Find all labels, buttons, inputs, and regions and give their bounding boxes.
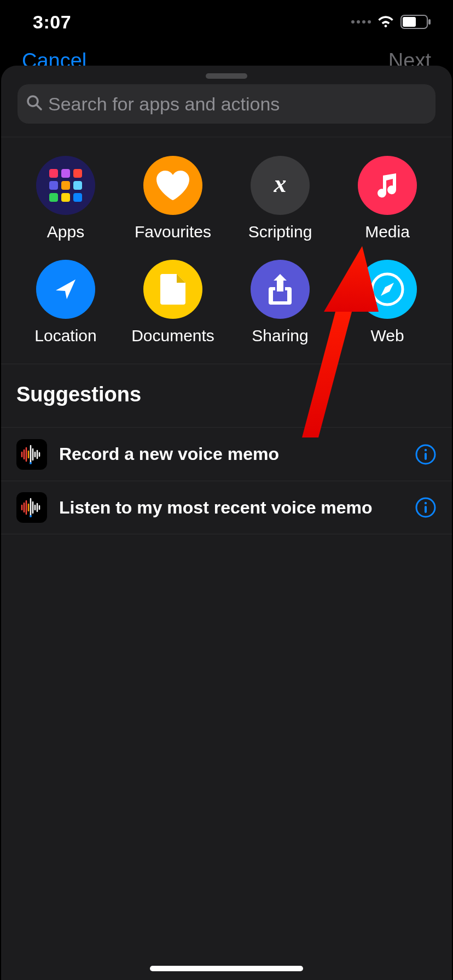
svg-point-31 <box>425 502 427 504</box>
category-sharing[interactable]: Sharing <box>226 260 334 345</box>
svg-rect-19 <box>425 453 427 460</box>
svg-text:x: x <box>274 170 287 197</box>
category-label: Documents <box>131 326 214 345</box>
search-input[interactable] <box>48 94 427 115</box>
svg-point-16 <box>30 462 32 464</box>
compass-icon <box>358 260 417 319</box>
suggestion-row[interactable]: Record a new voice memo <box>1 427 452 481</box>
heart-icon <box>143 156 202 215</box>
category-label: Sharing <box>252 326 308 345</box>
category-scripting[interactable]: x Scripting <box>226 156 334 241</box>
svg-point-18 <box>425 448 427 451</box>
category-label: Location <box>34 326 96 345</box>
category-label: Web <box>370 326 404 345</box>
scripting-icon: x <box>251 156 310 215</box>
category-label: Apps <box>47 223 84 241</box>
category-web[interactable]: Web <box>334 260 441 345</box>
suggestion-title: Listen to my most recent voice memo <box>59 498 403 518</box>
sheet-grabber[interactable] <box>206 73 247 79</box>
apps-icon <box>36 156 95 215</box>
category-grid: Apps Favourites x Scripting Media <box>1 137 452 364</box>
svg-rect-2 <box>428 19 431 25</box>
category-label: Favourites <box>135 223 211 241</box>
location-arrow-icon <box>36 260 95 319</box>
search-field[interactable] <box>18 84 435 124</box>
svg-rect-32 <box>425 506 427 513</box>
info-button[interactable] <box>415 497 437 518</box>
home-indicator[interactable] <box>150 966 303 971</box>
action-picker-sheet: Apps Favourites x Scripting Media <box>1 66 452 980</box>
category-media[interactable]: Media <box>334 156 441 241</box>
category-location[interactable]: Location <box>12 260 119 345</box>
share-icon <box>251 260 310 319</box>
category-favourites[interactable]: Favourites <box>119 156 226 241</box>
svg-point-29 <box>30 515 32 517</box>
category-label: Media <box>365 223 410 241</box>
category-apps[interactable]: Apps <box>12 156 119 241</box>
suggestions-header: Suggestions <box>1 364 452 427</box>
svg-rect-1 <box>403 17 416 27</box>
svg-line-4 <box>37 105 41 109</box>
music-note-icon <box>358 156 417 215</box>
voice-memos-icon <box>16 439 47 470</box>
search-icon <box>26 95 43 113</box>
status-bar: 3:07 <box>0 0 453 44</box>
wifi-icon <box>376 15 395 28</box>
cellular-dots-icon <box>351 20 371 24</box>
info-button[interactable] <box>415 444 437 465</box>
voice-memos-icon <box>16 492 47 523</box>
category-label: Scripting <box>248 223 312 241</box>
status-time: 3:07 <box>33 11 71 33</box>
battery-icon <box>400 15 431 29</box>
category-documents[interactable]: Documents <box>119 260 226 345</box>
suggestion-title: Record a new voice memo <box>59 444 403 464</box>
document-icon <box>143 260 202 319</box>
suggestion-row[interactable]: Listen to my most recent voice memo <box>1 481 452 534</box>
